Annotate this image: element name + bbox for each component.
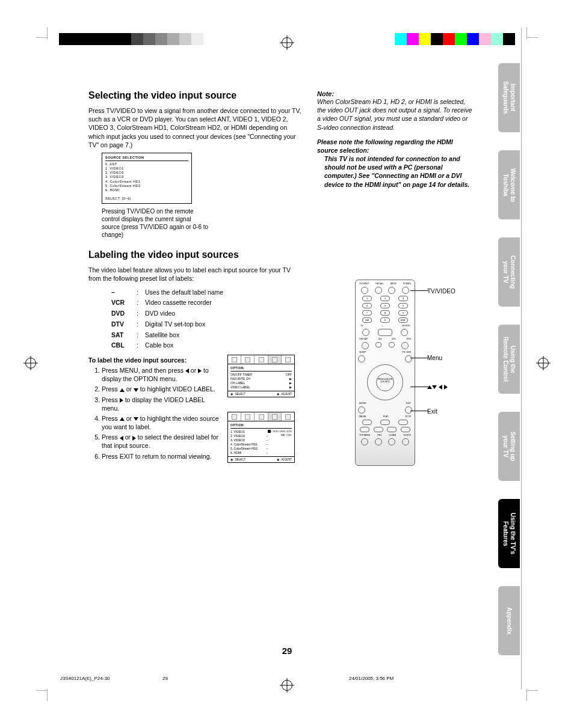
color-calibration-strip-left — [59, 33, 203, 45]
remote-label-menu: Menu — [427, 355, 442, 361]
remote-label-exit: Exit — [427, 408, 437, 415]
color-calibration-strip-right — [395, 33, 515, 45]
footer-page: 29 — [162, 676, 168, 681]
section-tab: Using theRemote Control — [498, 325, 520, 394]
note-title: Note: — [317, 90, 474, 97]
remote-label-tvvideo: TV/VIDEO — [427, 288, 455, 295]
section-tab: Appendix — [498, 586, 520, 655]
registration-mark-right — [538, 358, 549, 369]
footer-doc-id: J3S40121A(E)_P24-30 — [60, 676, 110, 681]
registration-mark-top — [282, 37, 292, 48]
labeling-intro: The video label feature allows you to la… — [88, 266, 302, 283]
section-tab: Connectingyour TV — [498, 237, 520, 307]
section-tab: Welcome toToshiba — [498, 150, 520, 219]
heading-labeling-inputs: Labeling the video input sources — [88, 249, 302, 260]
osd-source-selection: SOURCE SELECTION 0. ANT1. VIDEO12. VIDEO… — [102, 153, 192, 204]
osd-option-menu-2: OPTION 1. VIDEO12. VIDEO2–3. VIDEO3–4. C… — [227, 412, 295, 463]
note-hdmi-heading: Please note the following regarding the … — [317, 138, 474, 154]
registration-mark-left — [25, 358, 36, 369]
osd-option-menu-1: OPTION ON/OFF TIMEROFFFAVORITE CH▶CH LAB… — [227, 355, 295, 397]
heading-selecting-input: Selecting the video input source — [88, 90, 302, 101]
section-tab: Setting upyour TV — [498, 412, 520, 481]
label-preset-table: –:Uses the default label nameVCR:Video c… — [110, 287, 224, 352]
remote-label-arrows — [427, 384, 448, 390]
section-tabs: ImportantSafeguardsWelcome toToshibaConn… — [498, 63, 520, 673]
section-tab: ImportantSafeguards — [498, 63, 520, 132]
selecting-input-body: Press TV/VIDEO to view a signal from ano… — [88, 106, 302, 149]
osd-caption: Pressing TV/VIDEO on the remote control … — [102, 207, 210, 239]
note-hdmi-body: This TV is not intended for connection t… — [324, 154, 474, 189]
section-tab: Using the TV'sFeatures — [498, 499, 520, 568]
footer-timestamp: 24/01/2005, 3:56 PM — [349, 676, 393, 681]
registration-mark-bottom — [282, 680, 292, 691]
page-number: 29 — [282, 646, 292, 656]
note-body: When ColorStream HD 1, HD 2, or HDMI is … — [317, 97, 474, 132]
